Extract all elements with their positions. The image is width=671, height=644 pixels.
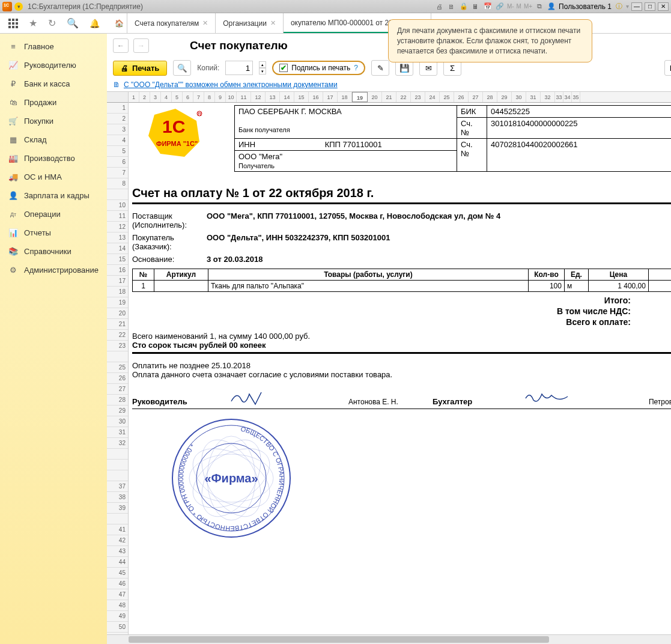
sidebar-item-label: Операции [24, 210, 61, 219]
sidebar-item-manager[interactable]: 📈Руководителю [0, 56, 107, 74]
pay-by: Оплатить не позднее 25.10.2018 [132, 361, 671, 370]
info-icon[interactable]: ⓘ [614, 2, 624, 11]
m-minus[interactable]: M- [507, 3, 514, 10]
kpp-label: КПП [325, 140, 341, 149]
horizontal-scrollbar[interactable] [107, 634, 671, 644]
save-small-icon[interactable]: 🗎 [447, 2, 457, 11]
forward-button[interactable]: → [133, 38, 149, 53]
apps-grid-icon[interactable] [8, 19, 18, 28]
sidebar-item-operations[interactable]: ДтОперации [0, 205, 107, 223]
star-icon[interactable]: ★ [29, 17, 37, 29]
col-num: № [132, 269, 154, 281]
close-button[interactable]: ✕ [658, 2, 669, 11]
bag-icon: 🛍 [8, 98, 18, 107]
bik-value: 044525225 [487, 106, 671, 118]
sidebar-item-hr[interactable]: 👤Зарплата и кадры [0, 186, 107, 205]
spinner-up-icon[interactable]: ▴ [259, 61, 266, 68]
edit-button[interactable]: ✎ [371, 60, 389, 76]
sidebar-item-admin[interactable]: ⚙Администрирование [0, 261, 107, 279]
sidebar-item-stock[interactable]: ▦Склад [0, 130, 107, 149]
tab-organizations[interactable]: Организации ✕ [216, 13, 284, 33]
kpp-value: 770110001 [343, 140, 382, 149]
app-icon [2, 2, 12, 11]
cell-num: 1 [132, 281, 154, 292]
user-icon: 👤 [547, 2, 556, 11]
sidebar-item-catalogs[interactable]: 📚Справочники [0, 242, 107, 261]
print-small-icon[interactable]: 🖨 [435, 2, 445, 11]
nds-value: 21 355,93 [643, 306, 671, 316]
sidebar-item-purchases[interactable]: 🛒Покупки [0, 112, 107, 130]
col-price: Цена [588, 269, 648, 281]
printer-icon: 🖨 [121, 64, 129, 73]
sidebar-item-label: Склад [24, 135, 47, 144]
m-current[interactable]: M [517, 3, 521, 10]
acct2-label: Сч. № [457, 139, 487, 172]
sidebar-item-sales[interactable]: 🛍Продажи [0, 93, 107, 112]
goods-table: № Артикул Товары (работы, услуги) Кол-во… [132, 269, 671, 292]
sidebar-item-production[interactable]: 🏭Производство [0, 149, 107, 168]
signature-row: Руководитель Антонова Е. Н. Бухгалтер Пе… [132, 397, 671, 409]
tab-label: Счета покупателям [135, 19, 199, 28]
sidebar-item-assets[interactable]: 🚚ОС и НМА [0, 168, 107, 186]
m-plus[interactable]: M+ [524, 3, 532, 10]
gear-icon: ⚙ [8, 266, 18, 275]
col-sum: Сумма [648, 269, 671, 281]
calc-icon[interactable]: 🖩 [471, 2, 481, 11]
info-dropdown[interactable]: ▾ [626, 3, 629, 10]
home-tab[interactable]: 🏠 [112, 13, 127, 33]
calendar-icon[interactable]: 📅 [483, 2, 493, 11]
maximize-button[interactable]: □ [645, 2, 655, 11]
more-button[interactable]: Еще ▾ [664, 60, 671, 76]
signature-checkbox[interactable]: ✔ [279, 64, 288, 72]
help-icon[interactable]: ? [354, 64, 358, 72]
title-bar: 1С:Бухгалтерия (1С:Предприятие) 🖨 🗎 🔒 🖩 … [0, 0, 671, 13]
sidebar-item-label: Зарплата и кадры [24, 191, 90, 200]
lock-icon[interactable]: 🔒 [459, 2, 469, 11]
copies-spinner[interactable]: ▴▾ [259, 61, 266, 74]
spreadsheet: 1234567810111213141516171819202122232526… [107, 91, 671, 644]
col-art: Артикул [154, 269, 208, 281]
home-icon: 🏠 [115, 19, 124, 28]
back-button[interactable]: ← [113, 38, 129, 53]
tab-close-icon[interactable]: ✕ [270, 19, 276, 27]
itogo-value: 140 000,00 [643, 296, 671, 305]
history-icon[interactable]: ↻ [48, 17, 56, 29]
copies-input[interactable] [225, 61, 253, 75]
tooltip-text: Для печати документа с факсимиле и оттис… [397, 26, 580, 55]
summary-line-1: Всего наименований 1, на сумму 140 000,0… [132, 332, 671, 341]
sidebar-item-label: Главное [24, 42, 54, 51]
edoc-link[interactable]: С "ООО "Дельта"" возможен обмен электрон… [124, 80, 338, 89]
cell-sum: 140 000,00 [648, 281, 671, 292]
scroll-thumb[interactable] [129, 636, 549, 643]
sheet-body[interactable]: 1234567891011121314151617181920212223242… [129, 92, 671, 644]
copies-label: Копий: [197, 64, 219, 72]
summary-line-2: Сто сорок тысяч рублей 00 копеек [132, 341, 671, 350]
cell-unit: м [564, 281, 588, 292]
basis-value: 3 от 20.03.2018 [207, 255, 671, 264]
spinner-down-icon[interactable]: ▾ [259, 68, 266, 74]
tab-close-icon[interactable]: ✕ [202, 19, 208, 27]
sidebar-item-label: Продажи [24, 98, 56, 107]
sidebar-item-main[interactable]: ≡Главное [0, 37, 107, 56]
window-icon[interactable]: ⧉ [535, 2, 544, 11]
dt-icon: Дт [8, 211, 18, 217]
minimize-button[interactable]: — [631, 2, 642, 11]
chart-icon: 📊 [8, 228, 18, 237]
company-stamp: ОБЩЕСТВО С ОГРАНИЧЕННОЙ ОТВЕТСТВЕННОСТЬЮ… [168, 415, 294, 541]
app-menu-dropdown[interactable] [14, 2, 23, 11]
tab-invoices[interactable]: Счета покупателям ✕ [127, 13, 216, 33]
col-name: Товары (работы, услуги) [208, 269, 528, 281]
invoice-title: Счет на оплату № 1 от 22 октября 2018 г. [132, 186, 671, 200]
preview-button[interactable]: 🔍 [173, 60, 191, 76]
links-icon[interactable]: 🔗 [495, 2, 505, 11]
sidebar-item-reports[interactable]: 📊Отчеты [0, 223, 107, 242]
svg-text:«Фирма»: «Фирма» [204, 472, 258, 485]
factory-icon: 🏭 [8, 154, 18, 163]
sidebar-item-bank[interactable]: ₽Банк и касса [0, 74, 107, 93]
user-label[interactable]: Пользователь 1 [559, 2, 612, 11]
page-title: Счет покупателю [190, 39, 288, 52]
search-icon[interactable]: 🔍 [67, 17, 79, 29]
sidebar-item-label: Руководителю [24, 61, 76, 70]
print-button[interactable]: 🖨 Печать [113, 61, 167, 76]
notifications-icon[interactable] [90, 19, 100, 28]
